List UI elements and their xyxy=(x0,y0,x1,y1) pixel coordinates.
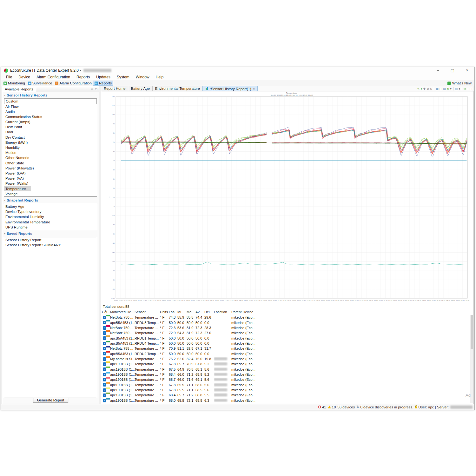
report-item-other-numeric[interactable]: Other Numeric xyxy=(4,155,97,160)
tab-report-home[interactable]: Report Home xyxy=(101,86,128,91)
generate-report-button[interactable]: Generate Report xyxy=(33,398,69,403)
table-scrollbar[interactable] xyxy=(470,315,473,403)
report-item-power-kilowatts[interactable]: Power (Kilowatts) xyxy=(4,166,97,171)
minimize-panel-icon[interactable]: ▭ xyxy=(91,88,94,90)
column-header-del[interactable]: Del... xyxy=(204,309,214,314)
column-header-parent-device[interactable]: Parent Device xyxy=(231,309,468,314)
zoom-out-icon[interactable]: ⊖ xyxy=(430,87,433,90)
report-item-air-flow[interactable]: Air Flow xyxy=(4,104,97,109)
perspective-monitoring[interactable]: ▣Monitoring xyxy=(2,81,26,85)
zoom-in-icon[interactable]: ⊕ xyxy=(426,87,429,90)
report-item-audio[interactable]: Audio xyxy=(4,109,97,114)
tab-environmental-temperature[interactable]: Environmental Temperature xyxy=(152,86,203,91)
column-header-av[interactable]: Av... xyxy=(195,309,204,314)
critical-alarms-status[interactable]: 41 xyxy=(318,405,326,409)
menu-item-help[interactable]: Help xyxy=(153,75,167,79)
report-item-sensor-history-report[interactable]: Sensor History Report xyxy=(4,237,97,242)
section-collapse-icon[interactable]: ▾ xyxy=(4,199,5,202)
tab-battery-age[interactable]: Battery Age xyxy=(128,86,152,91)
table-row[interactable]: ✓apc19015B (1...Temperature ...° F68.766… xyxy=(102,377,468,382)
menu-item-window[interactable]: Window xyxy=(133,75,153,79)
report-item-sensor-history-report-summary[interactable]: Sensor History Report SUMMARY xyxy=(4,242,97,248)
close-tab-icon[interactable]: × xyxy=(253,87,255,91)
column-header-sensor[interactable]: Sensor xyxy=(135,309,160,314)
report-item-dry-contact[interactable]: Dry Contact xyxy=(4,135,97,140)
table-row[interactable]: ✓apc19015B (1...Temperature ...° F67.865… xyxy=(102,387,468,393)
menu-item-alarm-configuration[interactable]: Alarm Configuration xyxy=(33,75,73,79)
column-header-units[interactable]: Units xyxy=(160,309,169,314)
table-row[interactable]: ✓apc19015B (1...Temperature ...° F67.865… xyxy=(102,361,468,367)
table-row[interactable]: ✓apc19015B (1...Temperature ...° F68.065… xyxy=(102,398,468,403)
scrollbar-thumb[interactable] xyxy=(471,315,473,349)
section-collapse-icon[interactable]: ▾ xyxy=(4,94,5,97)
table-row[interactable]: ✓NetBotz 750 ...Temperature ...° F72.954… xyxy=(102,330,468,335)
whats-new-link[interactable]: What's New xyxy=(447,81,473,85)
report-item-environmental-temperature[interactable]: Environmental Temperature xyxy=(4,220,97,225)
save-menu-icon[interactable]: ▾ xyxy=(459,87,460,90)
report-item-communication-status[interactable]: Communication Status xyxy=(4,114,97,119)
column-header-mi[interactable]: Mi... xyxy=(177,309,187,314)
table-row[interactable]: ✓NetBotz 755 ...Temperature ...° F70.951… xyxy=(102,346,468,351)
refresh-menu-icon[interactable]: ▾ xyxy=(450,87,452,90)
column-header-ma[interactable]: Ma... xyxy=(187,309,195,314)
report-item-ups-runtime[interactable]: UPS Runtime xyxy=(4,225,97,230)
report-item-power-va[interactable]: Power (VA) xyxy=(4,176,97,181)
close-button[interactable]: × xyxy=(460,67,474,74)
report-item-voltage[interactable]: Voltage xyxy=(4,191,97,196)
warning-alarms-status[interactable]: 10 xyxy=(328,405,336,409)
menu-item-file[interactable]: File xyxy=(3,75,15,79)
report-item-other-state[interactable]: Other State xyxy=(4,161,97,166)
perspective-surveillance[interactable]: ◉Surveillance xyxy=(27,81,54,85)
pan-icon[interactable]: ✚ xyxy=(423,87,426,90)
window-layout-icon[interactable]: ▢ xyxy=(440,87,442,90)
available-reports-tab[interactable]: Available Reports xyxy=(2,86,36,92)
report-item-dew-point[interactable]: Dew Point xyxy=(4,124,97,129)
section-collapse-icon[interactable]: ▾ xyxy=(4,232,5,235)
feedback-icon[interactable]: ✉ xyxy=(464,87,466,90)
save-icon[interactable]: ▥ xyxy=(455,87,458,90)
menu-item-device[interactable]: Device xyxy=(15,75,33,79)
column-header-monitored-de[interactable]: Monitored De... xyxy=(110,309,135,314)
column-header-location[interactable]: Location xyxy=(214,309,231,314)
report-item-custom[interactable]: Custom xyxy=(4,99,97,104)
column-header-las[interactable]: Las... xyxy=(169,309,177,314)
table-row[interactable]: ✓My name is Si...Temperature ...° F75.26… xyxy=(102,356,468,361)
table-row[interactable]: ✓apcB5A453 (1...RPDU4 Temp...° F50.050.0… xyxy=(102,341,468,346)
table-row[interactable]: ✓apcB5A453 (1...RPDU1 Temp...° F50.050.0… xyxy=(102,335,468,340)
perspective-alarm-configuration[interactable]: !Alarm Configuration xyxy=(54,81,93,85)
table-row[interactable]: ✓apc19015B (1...Temperature ...° F68.466… xyxy=(102,372,468,377)
minimize-button[interactable]: – xyxy=(431,67,445,74)
minimize-view-icon[interactable]: – xyxy=(467,87,468,90)
table-row[interactable]: ✓NetBotz 750 ...Temperature ...° F74.355… xyxy=(102,315,468,320)
refresh-icon[interactable]: ↻ xyxy=(447,87,449,90)
temperature-chart[interactable]: 09:4010:0010:2010:4011:0011:2011:4012:00… xyxy=(101,91,473,304)
report-item-environmental-humidity[interactable]: Environmental Humidity xyxy=(4,214,97,219)
column-header-col[interactable]: Col...▴ xyxy=(102,309,110,315)
table-row[interactable]: ✓apcB5A453 (1...RPDU3 Temp...° F50.050.0… xyxy=(102,320,468,325)
menu-item-reports[interactable]: Reports xyxy=(73,75,93,79)
report-item-door[interactable]: Door xyxy=(4,129,97,135)
edit-chart-icon[interactable]: ✎ xyxy=(417,87,420,90)
report-item-humidity[interactable]: Humidity xyxy=(4,145,97,150)
maximize-panel-icon[interactable]: ▢ xyxy=(95,88,97,90)
table-row[interactable]: ✓apc19015B (1...Temperature ...° F68.465… xyxy=(102,393,468,398)
maximize-view-icon[interactable]: ▢ xyxy=(469,87,472,90)
table-row[interactable]: ✓apc19015B (1...Temperature ...° F67.865… xyxy=(102,382,468,387)
report-item-current-amps[interactable]: Current (Amps) xyxy=(4,119,97,124)
report-item-device-type-inventory[interactable]: Device Type Inventory xyxy=(4,209,97,214)
table-view-icon[interactable]: ▦ xyxy=(436,87,439,90)
menu-item-system[interactable]: System xyxy=(114,75,133,79)
report-item-battery-age[interactable]: Battery Age xyxy=(4,204,97,209)
export-image-icon[interactable]: ▤ xyxy=(443,87,446,90)
perspective-reports[interactable]: ▤Reports xyxy=(93,81,113,85)
maximize-button[interactable]: ▢ xyxy=(445,67,460,74)
report-item-power-watts[interactable]: Power (Watts) xyxy=(4,181,97,186)
report-item-power-kva[interactable]: Power (kVA) xyxy=(4,171,97,176)
menu-item-updates[interactable]: Updates xyxy=(93,75,114,79)
table-row[interactable]: ✓apc19015B (1...Temperature ...° F67.564… xyxy=(102,367,468,372)
marker-icon[interactable]: ● xyxy=(420,87,422,90)
table-row[interactable]: ✓apcB5A453 (1...RPDU2 Temp...° F50.050.0… xyxy=(102,351,468,356)
table-row[interactable]: ✓NetBotz 750 ...Temperature ...° F72.353… xyxy=(102,325,468,330)
tab-sensor-history-report-1[interactable]: *Sensor History Report(1)× xyxy=(202,86,258,91)
report-item-temperature[interactable]: Temperature xyxy=(4,186,31,191)
